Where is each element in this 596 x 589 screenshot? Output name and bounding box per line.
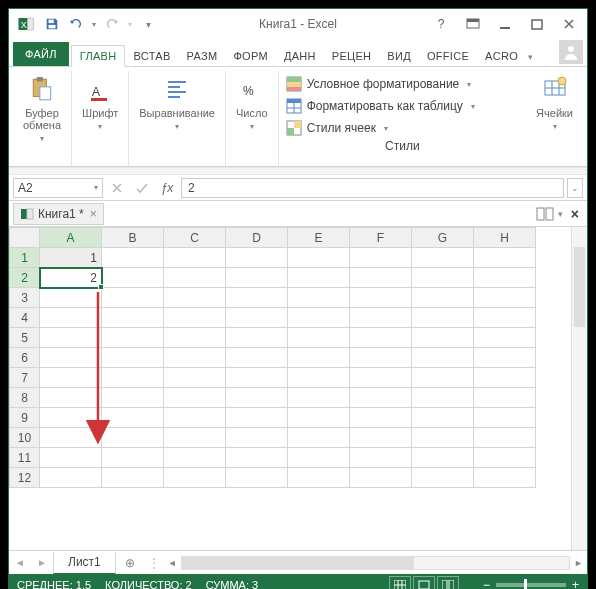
cell[interactable] [474,468,536,488]
tab-formulas[interactable]: ФОРМ [225,46,276,66]
cell[interactable] [226,388,288,408]
undo-button[interactable] [65,13,87,35]
close-button[interactable] [555,13,583,35]
cell[interactable] [412,288,474,308]
cell[interactable] [102,408,164,428]
row-header[interactable]: 4 [10,308,40,328]
sheet-tab[interactable]: Лист1 [53,552,116,575]
cell[interactable] [474,408,536,428]
cell[interactable] [288,288,350,308]
cell[interactable] [164,248,226,268]
column-header[interactable]: H [474,228,536,248]
cell[interactable] [164,448,226,468]
cell[interactable] [40,408,102,428]
cell[interactable] [40,288,102,308]
cell[interactable] [350,328,412,348]
cell[interactable] [288,348,350,368]
cell[interactable] [350,288,412,308]
view-normal-button[interactable] [389,576,411,589]
cell[interactable] [102,428,164,448]
tab-data[interactable]: ДАНН [276,46,324,66]
cell[interactable] [474,388,536,408]
column-header[interactable]: G [412,228,474,248]
tab-office[interactable]: OFFICE [419,46,477,66]
row-header[interactable]: 11 [10,448,40,468]
cell[interactable] [226,448,288,468]
cell[interactable] [350,428,412,448]
name-box[interactable]: A2 ▾ [13,178,103,198]
cell[interactable] [412,348,474,368]
cell[interactable] [474,248,536,268]
cell[interactable] [226,368,288,388]
cancel-formula-button[interactable] [106,178,128,198]
column-header[interactable]: C [164,228,226,248]
cell[interactable] [226,268,288,288]
cell[interactable] [412,408,474,428]
cell[interactable] [226,248,288,268]
cell[interactable] [102,348,164,368]
cell[interactable] [350,448,412,468]
cell[interactable] [474,428,536,448]
cell[interactable]: 2 [40,268,102,288]
cell[interactable] [288,248,350,268]
cell[interactable] [102,368,164,388]
alignment-button[interactable]: Выравнивание ▾ [135,71,219,131]
cell[interactable] [102,388,164,408]
cell[interactable] [164,388,226,408]
cell[interactable] [412,468,474,488]
cell[interactable] [40,388,102,408]
cell[interactable] [102,308,164,328]
cell[interactable] [226,348,288,368]
cell[interactable] [102,328,164,348]
cell[interactable] [412,268,474,288]
cell[interactable] [40,348,102,368]
expand-formula-button[interactable]: ⌄ [567,178,583,198]
cell[interactable] [474,268,536,288]
cell[interactable] [226,408,288,428]
cell[interactable] [288,428,350,448]
column-header[interactable]: A [40,228,102,248]
cell[interactable] [350,388,412,408]
maximize-button[interactable] [523,13,551,35]
cell[interactable] [102,448,164,468]
ribbon-options-button[interactable] [459,13,487,35]
format-as-table-button[interactable]: Форматировать как таблицу ▾ [285,95,520,117]
cell[interactable] [474,328,536,348]
cell[interactable] [164,348,226,368]
paste-button[interactable]: Буфер обмена ▾ [19,71,65,143]
user-avatar[interactable] [559,40,583,64]
cell[interactable] [412,428,474,448]
tab-file[interactable]: ФАЙЛ [13,42,69,66]
cell[interactable] [412,328,474,348]
cell[interactable] [226,468,288,488]
workbook-tab[interactable]: Книга1 * × [13,203,104,225]
tab-acrobat[interactable]: ACRO [477,46,526,66]
cell[interactable] [102,268,164,288]
cell[interactable] [474,288,536,308]
view-page-break-button[interactable] [437,576,459,589]
column-header[interactable]: D [226,228,288,248]
cell[interactable] [350,348,412,368]
enter-formula-button[interactable] [131,178,153,198]
cell[interactable] [40,368,102,388]
fill-handle[interactable] [98,284,104,290]
zoom-out-button[interactable]: − [483,578,490,589]
sheet-nav-prev[interactable]: ◄ [9,551,31,574]
cell[interactable] [226,428,288,448]
row-header[interactable]: 10 [10,428,40,448]
cell[interactable] [474,308,536,328]
cell[interactable] [288,468,350,488]
cell[interactable] [288,368,350,388]
close-workbook-icon[interactable]: × [90,207,97,221]
tab-layout[interactable]: РАЗМ [179,46,226,66]
sheet-nav-next[interactable]: ► [31,551,53,574]
cell[interactable] [474,348,536,368]
cell[interactable] [226,308,288,328]
cell[interactable] [40,328,102,348]
cell[interactable] [164,328,226,348]
tab-view[interactable]: ВИД [379,46,419,66]
cell[interactable] [350,248,412,268]
undo-dropdown-icon[interactable]: ▾ [89,13,99,35]
redo-button[interactable] [101,13,123,35]
cell[interactable] [102,248,164,268]
